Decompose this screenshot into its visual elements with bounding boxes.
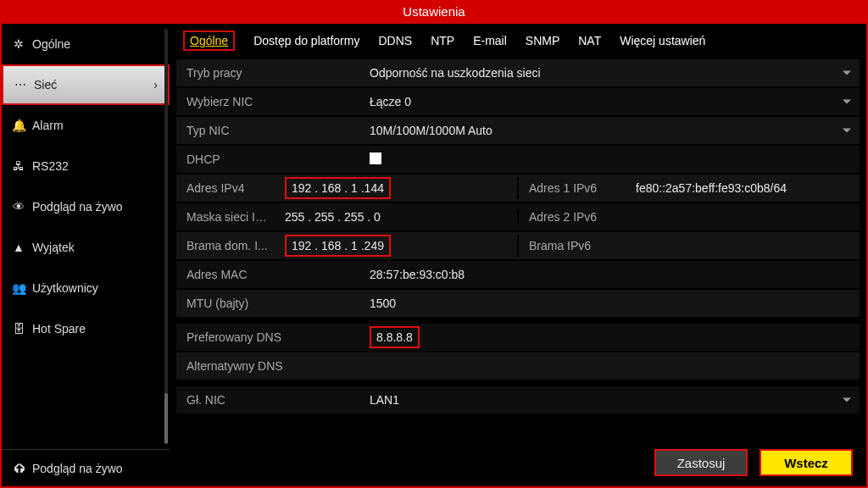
value-ipv6-1[interactable]: fe80::2a57:beff:fe93:c0b8/64 <box>629 181 860 195</box>
value-ipv4: 192 . 168 . 1 .144 <box>285 177 391 199</box>
footer: Zastosuj Wstecz <box>176 441 860 480</box>
input-mtu[interactable]: 1500 <box>363 297 860 310</box>
gear-icon: ✲ <box>12 37 25 51</box>
select-nic-type[interactable]: 10M/100M/1000M Auto <box>363 124 860 137</box>
sidebar-bottom-label: Podgląd na żywo <box>32 462 123 475</box>
label-gateway: Brama dom. I... <box>176 239 278 252</box>
label-ipv6-gw: Brama IPv6 <box>519 239 629 252</box>
label-ipv6-2: Adres 2 IPv6 <box>519 210 629 224</box>
sidebar-item-label: Hot Spare <box>32 322 86 336</box>
tab-general[interactable]: Ogólne <box>183 30 235 51</box>
value-gateway: 192 . 168 . 1 .249 <box>285 235 391 257</box>
dhcp-checkbox-cell <box>363 152 860 167</box>
select-main-nic[interactable]: LAN1 <box>363 393 860 407</box>
users-icon: 👥 <box>12 281 25 295</box>
tab-email[interactable]: E-mail <box>473 34 507 47</box>
tab-more-settings[interactable]: Więcej ustawień <box>620 34 705 47</box>
eye-icon: 👁 <box>12 200 25 214</box>
chevron-down-icon <box>843 100 851 104</box>
back-icon: ⮉ <box>12 462 25 475</box>
network-icon: ⋯ <box>14 78 27 92</box>
label-mtu: MTU (bajty) <box>176 297 363 310</box>
sidebar-item-liveview[interactable]: 👁 Podgląd na żywo <box>2 186 170 227</box>
sidebar-item-general[interactable]: ✲ Ogólne <box>2 24 170 64</box>
label-dhcp: DHCP <box>176 152 363 166</box>
sidebar-item-rs232[interactable]: 🖧 RS232 <box>2 146 170 186</box>
tab-snmp[interactable]: SNMP <box>526 34 559 47</box>
sidebar-item-label: Użytkownicy <box>32 281 98 295</box>
chevron-right-icon: › <box>153 78 158 92</box>
warning-icon: ▲ <box>12 241 25 254</box>
select-value: LAN1 <box>370 393 399 407</box>
sidebar-item-label: Podgląd na żywo <box>32 200 123 214</box>
select-value: 10M/100M/1000M Auto <box>370 124 492 137</box>
label-nic-type: Typ NIC <box>176 124 363 137</box>
label-ipv4: Adres IPv4 <box>176 181 278 195</box>
chevron-down-icon <box>843 129 851 133</box>
scroll-thumb[interactable] <box>164 393 168 444</box>
sidebar-item-label: Alarm <box>32 119 64 132</box>
sidebar-live-preview[interactable]: ⮉ Podgląd na żywo <box>2 449 170 486</box>
input-ipv4[interactable]: 192 . 168 . 1 .144 <box>278 177 517 199</box>
value-mask: 255 . 255 . 255 . 0 <box>285 210 381 224</box>
input-mask[interactable]: 255 . 255 . 255 . 0 <box>278 210 517 224</box>
label-dns1: Preferowany DNS <box>176 330 363 344</box>
window-title: Ustawienia <box>0 0 868 24</box>
sidebar-item-alarm[interactable]: 🔔 Alarm <box>2 105 170 146</box>
chevron-down-icon <box>843 398 851 402</box>
sidebar-item-exception[interactable]: ▲ Wyjątek <box>2 227 170 268</box>
sidebar-scrollbar[interactable] <box>164 29 168 444</box>
tab-nat[interactable]: NAT <box>578 34 601 47</box>
sidebar-item-label: RS232 <box>32 159 69 173</box>
server-icon: 🗄 <box>12 322 25 336</box>
tab-platform-access[interactable]: Dostęp do platformy <box>253 34 359 47</box>
form: Tryb pracy Odporność na uszkodzenia siec… <box>176 59 860 480</box>
sidebar-item-label: Wyjątek <box>32 241 75 254</box>
sidebar-item-label: Ogólne <box>32 37 70 51</box>
label-main-nic: Gł. NIC <box>176 393 363 407</box>
value-dns1: 8.8.8.8 <box>370 326 420 348</box>
tabs: Ogólne Dostęp do platformy DDNS NTP E-ma… <box>176 27 860 59</box>
apply-button[interactable]: Zastosuj <box>654 449 748 476</box>
tab-ntp[interactable]: NTP <box>431 34 454 47</box>
serial-icon: 🖧 <box>12 159 25 173</box>
sidebar-item-hotspare[interactable]: 🗄 Hot Spare <box>2 308 170 349</box>
tab-ddns[interactable]: DDNS <box>378 34 412 47</box>
select-work-mode[interactable]: Odporność na uszkodzenia sieci <box>363 66 860 80</box>
sidebar: ✲ Ogólne ⋯ Sieć › 🔔 Alarm 🖧 RS232 👁 Podg… <box>2 24 170 486</box>
sidebar-item-label: Sieć <box>34 78 57 92</box>
back-button[interactable]: Wstecz <box>760 449 853 476</box>
sidebar-item-users[interactable]: 👥 Użytkownicy <box>2 268 170 308</box>
label-ipv6-1: Adres 1 IPv6 <box>519 181 629 195</box>
label-dns2: Alternatywny DNS <box>176 359 363 373</box>
value-mac: 28:57:be:93:c0:b8 <box>363 268 860 281</box>
select-nic[interactable]: Łącze 0 <box>363 95 860 108</box>
input-gateway[interactable]: 192 . 168 . 1 .249 <box>278 235 517 257</box>
select-value: Łącze 0 <box>370 95 411 108</box>
label-mac: Adres MAC <box>176 268 363 281</box>
chevron-down-icon <box>843 71 851 75</box>
input-dns1[interactable]: 8.8.8.8 <box>363 326 860 348</box>
label-mask: Maska sieci IP... <box>176 210 278 224</box>
dhcp-checkbox[interactable] <box>370 152 381 164</box>
content: Ogólne Dostęp do platformy DDNS NTP E-ma… <box>170 24 866 486</box>
sidebar-item-network[interactable]: ⋯ Sieć › <box>2 64 170 105</box>
select-value: Odporność na uszkodzenia sieci <box>370 66 541 80</box>
label-work-mode: Tryb pracy <box>176 66 363 80</box>
bell-icon: 🔔 <box>12 119 25 132</box>
label-select-nic: Wybierz NIC <box>176 95 363 108</box>
